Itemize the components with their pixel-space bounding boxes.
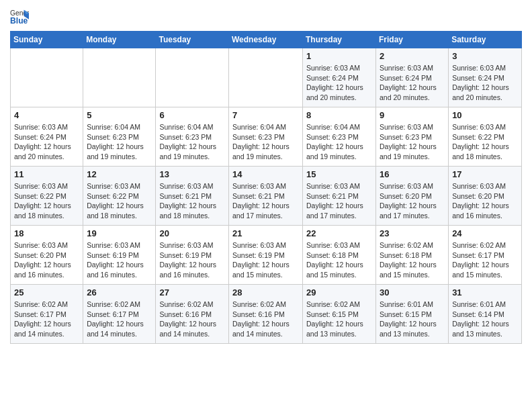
calendar-header-friday: Friday xyxy=(376,32,449,48)
calendar-header-sunday: Sunday xyxy=(11,32,83,48)
calendar-cell: 30Sunrise: 6:01 AMSunset: 6:15 PMDayligh… xyxy=(376,285,449,344)
day-info: Sunrise: 6:03 AMSunset: 6:20 PMDaylight:… xyxy=(380,181,445,221)
day-info: Sunrise: 6:02 AMSunset: 6:16 PMDaylight:… xyxy=(159,300,225,339)
calendar-cell: 20Sunrise: 6:03 AMSunset: 6:19 PMDayligh… xyxy=(156,226,229,285)
calendar-header-thursday: Thursday xyxy=(303,32,376,48)
calendar-cell: 25Sunrise: 6:02 AMSunset: 6:17 PMDayligh… xyxy=(11,285,83,344)
calendar-cell: 1Sunrise: 6:03 AMSunset: 6:24 PMDaylight… xyxy=(303,48,376,107)
calendar-cell: 26Sunrise: 6:02 AMSunset: 6:17 PMDayligh… xyxy=(83,285,156,344)
day-number: 10 xyxy=(452,110,518,120)
day-number: 24 xyxy=(452,228,518,238)
day-info: Sunrise: 6:03 AMSunset: 6:19 PMDaylight:… xyxy=(232,240,299,280)
calendar-cell: 11Sunrise: 6:03 AMSunset: 6:22 PMDayligh… xyxy=(11,167,83,226)
day-info: Sunrise: 6:04 AMSunset: 6:23 PMDaylight:… xyxy=(306,122,372,162)
calendar-cell xyxy=(83,48,156,107)
day-info: Sunrise: 6:03 AMSunset: 6:21 PMDaylight:… xyxy=(232,181,299,221)
header: General Blue xyxy=(10,7,522,26)
day-number: 1 xyxy=(306,51,372,61)
day-number: 23 xyxy=(380,228,445,238)
calendar-week-2: 4Sunrise: 6:03 AMSunset: 6:24 PMDaylight… xyxy=(11,107,522,167)
day-number: 22 xyxy=(306,228,372,238)
day-info: Sunrise: 6:03 AMSunset: 6:18 PMDaylight:… xyxy=(306,240,372,280)
calendar-cell: 22Sunrise: 6:03 AMSunset: 6:18 PMDayligh… xyxy=(303,226,376,285)
day-number: 14 xyxy=(232,169,299,179)
day-info: Sunrise: 6:01 AMSunset: 6:14 PMDaylight:… xyxy=(452,300,518,339)
calendar-cell: 7Sunrise: 6:04 AMSunset: 6:23 PMDaylight… xyxy=(229,107,303,167)
day-number: 7 xyxy=(232,110,299,120)
day-info: Sunrise: 6:04 AMSunset: 6:23 PMDaylight:… xyxy=(232,122,299,162)
calendar-header-saturday: Saturday xyxy=(449,32,522,48)
calendar-cell: 24Sunrise: 6:02 AMSunset: 6:17 PMDayligh… xyxy=(449,226,522,285)
day-number: 2 xyxy=(380,51,445,61)
day-info: Sunrise: 6:03 AMSunset: 6:19 PMDaylight:… xyxy=(159,240,225,280)
day-number: 30 xyxy=(380,287,445,298)
day-info: Sunrise: 6:03 AMSunset: 6:24 PMDaylight:… xyxy=(380,63,445,103)
day-number: 19 xyxy=(87,228,152,238)
calendar-cell: 13Sunrise: 6:03 AMSunset: 6:21 PMDayligh… xyxy=(156,167,229,226)
calendar-cell: 23Sunrise: 6:02 AMSunset: 6:18 PMDayligh… xyxy=(376,226,449,285)
calendar-header-row: SundayMondayTuesdayWednesdayThursdayFrid… xyxy=(11,32,522,48)
day-number: 26 xyxy=(87,287,152,298)
day-number: 28 xyxy=(232,287,299,298)
day-number: 21 xyxy=(232,228,299,238)
day-number: 18 xyxy=(14,228,79,238)
day-number: 16 xyxy=(380,169,445,179)
day-number: 13 xyxy=(159,169,225,179)
day-number: 4 xyxy=(14,110,79,120)
calendar-cell: 4Sunrise: 6:03 AMSunset: 6:24 PMDaylight… xyxy=(11,107,83,167)
day-number: 5 xyxy=(87,110,152,120)
calendar-cell xyxy=(229,48,303,107)
calendar-header-tuesday: Tuesday xyxy=(156,32,229,48)
calendar-cell: 16Sunrise: 6:03 AMSunset: 6:20 PMDayligh… xyxy=(376,167,449,226)
calendar-cell xyxy=(11,48,83,107)
calendar-cell: 18Sunrise: 6:03 AMSunset: 6:20 PMDayligh… xyxy=(11,226,83,285)
calendar-cell: 27Sunrise: 6:02 AMSunset: 6:16 PMDayligh… xyxy=(156,285,229,344)
day-info: Sunrise: 6:03 AMSunset: 6:21 PMDaylight:… xyxy=(306,181,372,221)
calendar-header-wednesday: Wednesday xyxy=(229,32,303,48)
day-info: Sunrise: 6:03 AMSunset: 6:21 PMDaylight:… xyxy=(159,181,225,221)
day-info: Sunrise: 6:02 AMSunset: 6:16 PMDaylight:… xyxy=(232,300,299,339)
calendar-week-4: 18Sunrise: 6:03 AMSunset: 6:20 PMDayligh… xyxy=(11,226,522,285)
day-number: 3 xyxy=(452,51,518,61)
day-info: Sunrise: 6:03 AMSunset: 6:22 PMDaylight:… xyxy=(87,181,152,221)
calendar-cell: 19Sunrise: 6:03 AMSunset: 6:19 PMDayligh… xyxy=(83,226,156,285)
day-number: 31 xyxy=(452,287,518,298)
day-number: 25 xyxy=(14,287,79,298)
day-info: Sunrise: 6:02 AMSunset: 6:17 PMDaylight:… xyxy=(87,300,152,339)
calendar-cell: 5Sunrise: 6:04 AMSunset: 6:23 PMDaylight… xyxy=(83,107,156,167)
calendar-week-3: 11Sunrise: 6:03 AMSunset: 6:22 PMDayligh… xyxy=(11,167,522,226)
day-number: 27 xyxy=(159,287,225,298)
calendar-cell: 8Sunrise: 6:04 AMSunset: 6:23 PMDaylight… xyxy=(303,107,376,167)
day-info: Sunrise: 6:03 AMSunset: 6:22 PMDaylight:… xyxy=(14,181,79,221)
calendar-cell: 15Sunrise: 6:03 AMSunset: 6:21 PMDayligh… xyxy=(303,167,376,226)
day-info: Sunrise: 6:03 AMSunset: 6:19 PMDaylight:… xyxy=(87,240,152,280)
day-info: Sunrise: 6:03 AMSunset: 6:22 PMDaylight:… xyxy=(452,122,518,162)
calendar-cell: 12Sunrise: 6:03 AMSunset: 6:22 PMDayligh… xyxy=(83,167,156,226)
day-number: 15 xyxy=(306,169,372,179)
day-info: Sunrise: 6:04 AMSunset: 6:23 PMDaylight:… xyxy=(87,122,152,162)
day-number: 20 xyxy=(159,228,225,238)
day-number: 6 xyxy=(159,110,225,120)
day-info: Sunrise: 6:03 AMSunset: 6:20 PMDaylight:… xyxy=(452,181,518,221)
day-info: Sunrise: 6:02 AMSunset: 6:15 PMDaylight:… xyxy=(306,300,372,339)
day-number: 29 xyxy=(306,287,372,298)
calendar-cell: 28Sunrise: 6:02 AMSunset: 6:16 PMDayligh… xyxy=(229,285,303,344)
calendar-header-monday: Monday xyxy=(83,32,156,48)
day-number: 9 xyxy=(380,110,445,120)
day-info: Sunrise: 6:03 AMSunset: 6:23 PMDaylight:… xyxy=(380,122,445,162)
day-info: Sunrise: 6:02 AMSunset: 6:18 PMDaylight:… xyxy=(380,240,445,280)
calendar-week-5: 25Sunrise: 6:02 AMSunset: 6:17 PMDayligh… xyxy=(11,285,522,344)
day-number: 12 xyxy=(87,169,152,179)
calendar-cell: 29Sunrise: 6:02 AMSunset: 6:15 PMDayligh… xyxy=(303,285,376,344)
calendar-cell: 6Sunrise: 6:04 AMSunset: 6:23 PMDaylight… xyxy=(156,107,229,167)
calendar-cell: 9Sunrise: 6:03 AMSunset: 6:23 PMDaylight… xyxy=(376,107,449,167)
calendar-cell: 21Sunrise: 6:03 AMSunset: 6:19 PMDayligh… xyxy=(229,226,303,285)
day-number: 17 xyxy=(452,169,518,179)
calendar-cell: 17Sunrise: 6:03 AMSunset: 6:20 PMDayligh… xyxy=(449,167,522,226)
calendar-cell: 2Sunrise: 6:03 AMSunset: 6:24 PMDaylight… xyxy=(376,48,449,107)
calendar-cell xyxy=(156,48,229,107)
main-container: General Blue SundayMondayTuesdayWednesda… xyxy=(0,0,532,351)
day-number: 11 xyxy=(14,169,79,179)
svg-text:Blue: Blue xyxy=(10,16,28,26)
calendar-table: SundayMondayTuesdayWednesdayThursdayFrid… xyxy=(10,31,522,344)
